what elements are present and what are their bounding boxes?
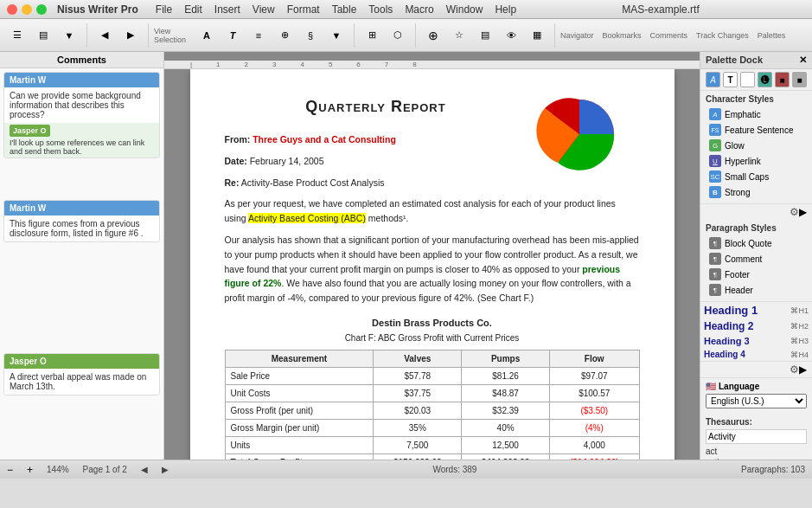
app-name: Nisus Writer Pro	[57, 3, 138, 16]
comment-3: Jasper O A direct verbal appeal was made…	[3, 353, 160, 395]
comments-panel: Comments Martin W Can we provide some ba…	[0, 52, 164, 460]
thesaurus-list: act acting activity aid attempt behavior…	[700, 444, 812, 460]
style-hyperlink-icon: U	[709, 155, 721, 167]
style-small-caps[interactable]: SC Small Caps	[706, 169, 807, 184]
headings-section: Heading 1 ⌘H1 Heading 2 ⌘H2 Heading 3 ⌘H…	[700, 302, 812, 362]
view-dropdown-button[interactable]: ▼	[57, 23, 81, 48]
style-emphatic[interactable]: A Emphatic	[706, 106, 807, 122]
view-button[interactable]: ▤	[31, 23, 55, 48]
shapes-button[interactable]: ⬡	[386, 23, 410, 48]
thesaurus-label: Thesaurus:	[706, 417, 807, 427]
style-glow-label: Glow	[725, 141, 745, 151]
col-pumps: Pumps	[462, 350, 550, 368]
comments-button[interactable]: ▤	[473, 23, 497, 48]
track-changes-button[interactable]: 👁	[499, 23, 523, 48]
style-header[interactable]: ¶ Header	[706, 282, 807, 298]
col-measurement: Measurement	[225, 350, 374, 368]
list-button[interactable]: ≡	[246, 23, 271, 48]
heading-3-label: Heading 3	[704, 336, 750, 346]
char-style-box1-icon[interactable]	[740, 72, 755, 87]
highlight-dropdown[interactable]: ▼	[324, 23, 348, 48]
char-styles-gear-button[interactable]: ⚙	[790, 206, 799, 218]
style-hyperlink[interactable]: U Hyperlink	[706, 153, 807, 169]
styles-button[interactable]: A	[195, 23, 219, 48]
nav-forward-button[interactable]: ▶	[118, 23, 143, 48]
char-style-box3-icon[interactable]: ■	[775, 72, 790, 87]
document-area[interactable]: | 1 2 3 4 5 6 7 8 Quart	[164, 52, 700, 460]
menu-macro[interactable]: Macro	[405, 3, 433, 16]
style-glow[interactable]: G Glow	[706, 138, 807, 153]
comment-1-user: Martin W	[4, 73, 159, 87]
menu-table[interactable]: Table	[332, 3, 357, 16]
table-row: Gross Margin (per unit) 35% 40% (4%)	[225, 420, 639, 437]
zoom-in-button[interactable]: +	[27, 464, 33, 476]
heading-2-item[interactable]: Heading 2 ⌘H2	[700, 318, 812, 334]
body-paragraph-1: As per your request, we have completed a…	[225, 196, 640, 226]
style-comment-icon: ¶	[709, 253, 721, 265]
comment-1: Martin W Can we provide some background …	[3, 72, 160, 158]
navigator-button[interactable]: ⊕	[421, 23, 445, 48]
char-style-a-icon[interactable]: A	[706, 72, 720, 87]
data-table: Measurement Valves Pumps Flow Sale Price…	[225, 350, 640, 460]
menu-tools[interactable]: Tools	[368, 3, 393, 16]
text-button[interactable]: T	[221, 23, 245, 48]
style-footer[interactable]: ¶ Footer	[706, 267, 807, 282]
heading-1-item[interactable]: Heading 1 ⌘H1	[700, 302, 812, 318]
flag-icon: 🇺🇸	[706, 382, 716, 391]
scroll-right-button[interactable]: ▶	[162, 465, 169, 474]
comment-1-text: Can we provide some background informati…	[4, 87, 159, 123]
char-styles-expand-icon[interactable]: ▶	[799, 206, 807, 218]
comments-label: Comments	[650, 31, 688, 40]
comment-1-reply-text: I'll look up some references we can link…	[10, 138, 154, 156]
menu-edit[interactable]: Edit	[184, 3, 202, 16]
maximize-button[interactable]	[36, 4, 47, 15]
nav-back-button[interactable]: ◀	[93, 23, 117, 48]
menu-insert[interactable]: Insert	[214, 3, 240, 16]
bookmarks-button[interactable]: ☆	[447, 23, 471, 48]
style-footer-icon: ¶	[709, 268, 721, 280]
heading-4-kbd: ⌘H4	[790, 350, 809, 359]
highlight-button[interactable]: §	[298, 23, 323, 48]
palette-close-icon[interactable]: ✕	[799, 55, 807, 66]
comments-header: Comments	[0, 52, 163, 68]
thesaurus-item[interactable]: acting	[706, 457, 807, 460]
menu-help[interactable]: Help	[495, 3, 516, 16]
minimize-button[interactable]	[22, 4, 32, 15]
language-select[interactable]: English (U.S.)	[706, 394, 807, 408]
zoom-out-button[interactable]: −	[7, 464, 13, 476]
toolbar-main: ☰ ▤ ▼ ◀ ▶ View Selection A T ≡ ⊕ § ▼ ⊞ ⬡…	[0, 19, 812, 52]
heading-4-item[interactable]: Heading 4 ⌘H4	[700, 348, 812, 361]
menu-view[interactable]: View	[253, 3, 275, 16]
style-comment[interactable]: ¶ Comment	[706, 251, 807, 267]
close-button[interactable]	[7, 4, 17, 15]
para-styles-gear-button[interactable]: ⚙	[790, 363, 799, 376]
thesaurus-item[interactable]: act	[706, 446, 807, 457]
document-page: Quarterly Report From: Three Guys and a …	[190, 69, 675, 460]
menu-file[interactable]: File	[156, 3, 172, 16]
scroll-left-button[interactable]: ◀	[141, 465, 148, 474]
language-button[interactable]: ⊕	[272, 23, 297, 48]
style-feature-label: Feature Sentence	[725, 125, 794, 135]
menu-window[interactable]: Window	[446, 3, 483, 16]
style-feature-sentence[interactable]: FS Feature Sentence	[706, 122, 807, 138]
char-style-t-icon[interactable]: T	[723, 72, 738, 87]
comment-3-user: Jasper O	[4, 354, 159, 369]
heading-2-kbd: ⌘H2	[790, 322, 809, 331]
comment-3-text: A direct verbal appeal was made on March…	[4, 369, 159, 395]
style-block-quote[interactable]: ¶ Block Quote	[706, 235, 807, 251]
style-strong-label: Strong	[725, 188, 750, 197]
char-style-box2-icon[interactable]: 🅛	[758, 72, 772, 87]
char-style-box4-icon[interactable]: ■	[792, 72, 807, 87]
table-row: Units 7,500 12,500 4,000	[225, 437, 639, 454]
para-styles-expand-icon[interactable]: ▶	[799, 363, 807, 376]
heading-1-kbd: ⌘H1	[790, 306, 809, 315]
style-header-label: Header	[725, 286, 753, 295]
thesaurus-input[interactable]	[706, 429, 807, 444]
heading-3-item[interactable]: Heading 3 ⌘H3	[700, 334, 812, 348]
palettes-button[interactable]: ▦	[525, 23, 549, 48]
style-strong[interactable]: B Strong	[706, 184, 807, 200]
menu-format[interactable]: Format	[287, 3, 320, 16]
style-hyperlink-label: Hyperlink	[725, 157, 761, 166]
table-button[interactable]: ⊞	[360, 23, 384, 48]
sidebar-toggle-button[interactable]: ☰	[5, 23, 29, 48]
